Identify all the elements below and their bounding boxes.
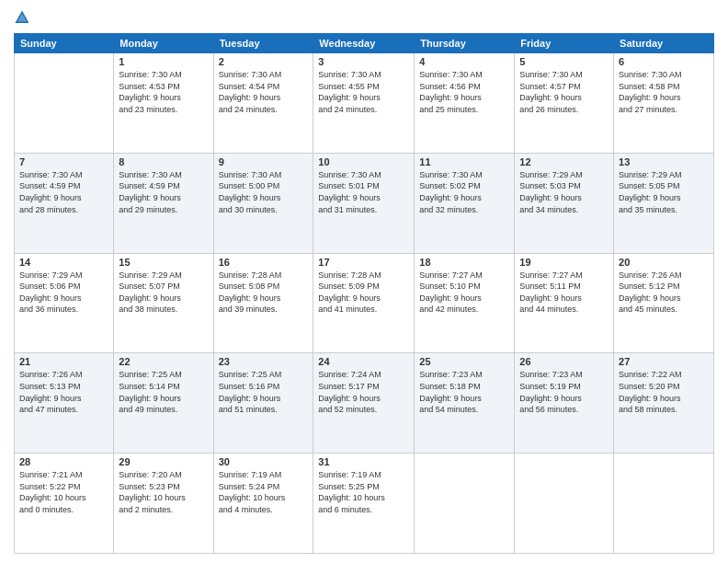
week-row-5: 28Sunrise: 7:21 AM Sunset: 5:22 PM Dayli… xyxy=(15,454,714,554)
day-info: Sunrise: 7:30 AM Sunset: 4:59 PM Dayligh… xyxy=(119,169,208,215)
day-info: Sunrise: 7:20 AM Sunset: 5:23 PM Dayligh… xyxy=(119,469,208,515)
day-number: 16 xyxy=(219,257,309,268)
day-cell: 22Sunrise: 7:25 AM Sunset: 5:14 PM Dayli… xyxy=(114,353,213,454)
day-cell: 13Sunrise: 7:29 AM Sunset: 5:05 PM Dayli… xyxy=(614,153,714,253)
day-cell: 25Sunrise: 7:23 AM Sunset: 5:18 PM Dayli… xyxy=(415,353,515,454)
day-info: Sunrise: 7:21 AM Sunset: 5:22 PM Dayligh… xyxy=(19,469,108,515)
day-number: 9 xyxy=(219,156,309,167)
day-cell: 20Sunrise: 7:26 AM Sunset: 5:12 PM Dayli… xyxy=(614,253,714,353)
day-info: Sunrise: 7:30 AM Sunset: 4:56 PM Dayligh… xyxy=(419,69,509,115)
day-number: 24 xyxy=(318,356,409,367)
calendar-body: 1Sunrise: 7:30 AM Sunset: 4:53 PM Daylig… xyxy=(15,53,714,554)
day-info: Sunrise: 7:23 AM Sunset: 5:19 PM Dayligh… xyxy=(519,369,609,415)
day-cell: 23Sunrise: 7:25 AM Sunset: 5:16 PM Dayli… xyxy=(213,353,313,454)
day-cell: 6Sunrise: 7:30 AM Sunset: 4:58 PM Daylig… xyxy=(614,53,714,154)
day-cell xyxy=(415,454,515,554)
day-info: Sunrise: 7:27 AM Sunset: 5:11 PM Dayligh… xyxy=(519,270,609,316)
day-cell: 12Sunrise: 7:29 AM Sunset: 5:03 PM Dayli… xyxy=(515,153,614,253)
day-number: 18 xyxy=(419,257,509,268)
week-row-1: 1Sunrise: 7:30 AM Sunset: 4:53 PM Daylig… xyxy=(15,53,714,154)
day-number: 30 xyxy=(219,456,309,467)
day-info: Sunrise: 7:26 AM Sunset: 5:12 PM Dayligh… xyxy=(619,270,709,316)
day-info: Sunrise: 7:30 AM Sunset: 4:57 PM Dayligh… xyxy=(519,69,609,115)
day-info: Sunrise: 7:30 AM Sunset: 4:55 PM Dayligh… xyxy=(318,69,409,115)
day-info: Sunrise: 7:30 AM Sunset: 4:54 PM Dayligh… xyxy=(219,69,309,115)
calendar-header: SundayMondayTuesdayWednesdayThursdayFrid… xyxy=(15,34,714,53)
day-number: 17 xyxy=(318,257,409,268)
day-cell xyxy=(614,454,714,554)
day-cell: 3Sunrise: 7:30 AM Sunset: 4:55 PM Daylig… xyxy=(313,53,415,154)
day-cell: 30Sunrise: 7:19 AM Sunset: 5:24 PM Dayli… xyxy=(213,454,313,554)
calendar-page: SundayMondayTuesdayWednesdayThursdayFrid… xyxy=(0,0,728,563)
day-number: 5 xyxy=(519,56,609,67)
day-info: Sunrise: 7:28 AM Sunset: 5:09 PM Dayligh… xyxy=(318,270,409,316)
header xyxy=(14,9,714,26)
day-info: Sunrise: 7:26 AM Sunset: 5:13 PM Dayligh… xyxy=(19,369,108,415)
day-cell: 1Sunrise: 7:30 AM Sunset: 4:53 PM Daylig… xyxy=(114,53,213,154)
day-info: Sunrise: 7:30 AM Sunset: 5:02 PM Dayligh… xyxy=(419,169,509,215)
day-cell: 19Sunrise: 7:27 AM Sunset: 5:11 PM Dayli… xyxy=(515,253,614,353)
day-cell: 7Sunrise: 7:30 AM Sunset: 4:59 PM Daylig… xyxy=(15,153,114,253)
day-number: 12 xyxy=(519,156,609,167)
day-info: Sunrise: 7:24 AM Sunset: 5:17 PM Dayligh… xyxy=(318,369,409,415)
day-info: Sunrise: 7:19 AM Sunset: 5:25 PM Dayligh… xyxy=(318,469,409,515)
day-cell: 2Sunrise: 7:30 AM Sunset: 4:54 PM Daylig… xyxy=(213,53,313,154)
day-number: 3 xyxy=(318,56,409,67)
day-cell: 18Sunrise: 7:27 AM Sunset: 5:10 PM Dayli… xyxy=(415,253,515,353)
day-number: 4 xyxy=(419,56,509,67)
day-info: Sunrise: 7:30 AM Sunset: 4:59 PM Dayligh… xyxy=(19,169,108,215)
day-info: Sunrise: 7:29 AM Sunset: 5:07 PM Dayligh… xyxy=(119,270,208,316)
day-info: Sunrise: 7:29 AM Sunset: 5:03 PM Dayligh… xyxy=(519,169,609,215)
day-number: 28 xyxy=(19,456,108,467)
day-number: 27 xyxy=(619,356,709,367)
col-header-friday: Friday xyxy=(515,34,614,53)
day-cell: 27Sunrise: 7:22 AM Sunset: 5:20 PM Dayli… xyxy=(614,353,714,454)
day-number: 31 xyxy=(318,456,409,467)
day-cell: 8Sunrise: 7:30 AM Sunset: 4:59 PM Daylig… xyxy=(114,153,213,253)
day-cell: 26Sunrise: 7:23 AM Sunset: 5:19 PM Dayli… xyxy=(515,353,614,454)
day-info: Sunrise: 7:29 AM Sunset: 5:06 PM Dayligh… xyxy=(19,270,108,316)
day-number: 13 xyxy=(619,156,709,167)
col-header-sunday: Sunday xyxy=(15,34,114,53)
day-number: 26 xyxy=(519,356,609,367)
week-row-3: 14Sunrise: 7:29 AM Sunset: 5:06 PM Dayli… xyxy=(15,253,714,353)
day-number: 7 xyxy=(19,156,108,167)
day-number: 20 xyxy=(619,257,709,268)
day-cell: 17Sunrise: 7:28 AM Sunset: 5:09 PM Dayli… xyxy=(313,253,415,353)
day-cell: 9Sunrise: 7:30 AM Sunset: 5:00 PM Daylig… xyxy=(213,153,313,253)
day-cell: 4Sunrise: 7:30 AM Sunset: 4:56 PM Daylig… xyxy=(415,53,515,154)
col-header-tuesday: Tuesday xyxy=(213,34,313,53)
day-info: Sunrise: 7:23 AM Sunset: 5:18 PM Dayligh… xyxy=(419,369,509,415)
day-info: Sunrise: 7:22 AM Sunset: 5:20 PM Dayligh… xyxy=(619,369,709,415)
day-number: 23 xyxy=(219,356,309,367)
day-cell: 5Sunrise: 7:30 AM Sunset: 4:57 PM Daylig… xyxy=(515,53,614,154)
day-info: Sunrise: 7:30 AM Sunset: 5:00 PM Dayligh… xyxy=(219,169,309,215)
col-header-monday: Monday xyxy=(114,34,213,53)
day-cell xyxy=(515,454,614,554)
day-cell: 31Sunrise: 7:19 AM Sunset: 5:25 PM Dayli… xyxy=(313,454,415,554)
day-cell xyxy=(15,53,114,154)
col-header-saturday: Saturday xyxy=(614,34,714,53)
day-number: 14 xyxy=(19,257,108,268)
day-info: Sunrise: 7:30 AM Sunset: 5:01 PM Dayligh… xyxy=(318,169,409,215)
day-number: 11 xyxy=(419,156,509,167)
day-info: Sunrise: 7:25 AM Sunset: 5:16 PM Dayligh… xyxy=(219,369,309,415)
day-number: 22 xyxy=(119,356,208,367)
day-cell: 15Sunrise: 7:29 AM Sunset: 5:07 PM Dayli… xyxy=(114,253,213,353)
day-number: 2 xyxy=(219,56,309,67)
week-row-2: 7Sunrise: 7:30 AM Sunset: 4:59 PM Daylig… xyxy=(15,153,714,253)
calendar-table: SundayMondayTuesdayWednesdayThursdayFrid… xyxy=(14,33,714,554)
header-row: SundayMondayTuesdayWednesdayThursdayFrid… xyxy=(15,34,714,53)
week-row-4: 21Sunrise: 7:26 AM Sunset: 5:13 PM Dayli… xyxy=(15,353,714,454)
day-number: 15 xyxy=(119,257,208,268)
logo-icon xyxy=(14,9,30,26)
logo xyxy=(14,9,34,26)
col-header-thursday: Thursday xyxy=(415,34,515,53)
day-number: 10 xyxy=(318,156,409,167)
day-cell: 21Sunrise: 7:26 AM Sunset: 5:13 PM Dayli… xyxy=(15,353,114,454)
day-info: Sunrise: 7:19 AM Sunset: 5:24 PM Dayligh… xyxy=(219,469,309,515)
day-info: Sunrise: 7:25 AM Sunset: 5:14 PM Dayligh… xyxy=(119,369,208,415)
day-number: 21 xyxy=(19,356,108,367)
day-number: 29 xyxy=(119,456,208,467)
col-header-wednesday: Wednesday xyxy=(313,34,415,53)
